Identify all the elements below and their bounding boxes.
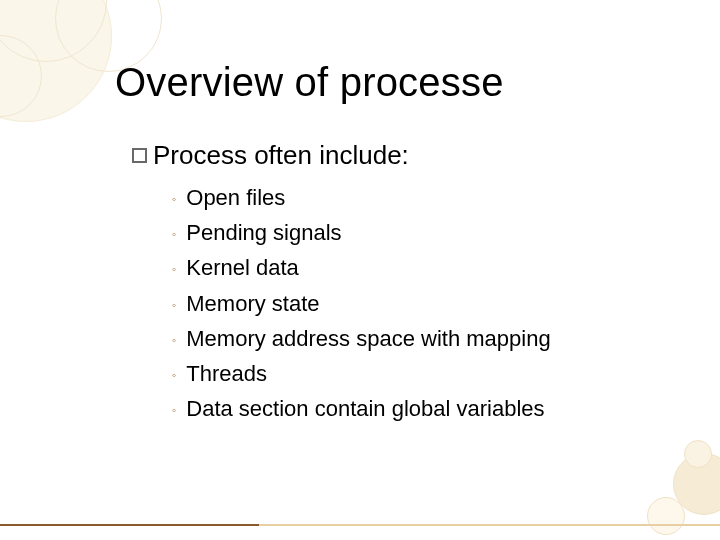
list-item-text: Data section contain global variables: [186, 391, 544, 426]
diamond-bullet-icon: ◦: [172, 296, 176, 315]
lead-text: Process often include:: [153, 140, 409, 171]
list-item-text: Memory state: [186, 286, 319, 321]
decorative-circle: [647, 497, 685, 535]
diamond-bullet-icon: ◦: [172, 366, 176, 385]
bullet-list: ◦ Open files ◦ Pending signals ◦ Kernel …: [172, 180, 551, 426]
list-item-text: Memory address space with mapping: [186, 321, 550, 356]
list-item-text: Pending signals: [186, 215, 341, 250]
footer-rule: [0, 524, 720, 526]
square-bullet-icon: [132, 148, 147, 163]
list-item-text: Threads: [186, 356, 267, 391]
list-item-text: Open files: [186, 180, 285, 215]
footer-rule-track: [259, 524, 720, 526]
diamond-bullet-icon: ◦: [172, 401, 176, 420]
diamond-bullet-icon: ◦: [172, 331, 176, 350]
list-item-text: Kernel data: [186, 250, 299, 285]
list-item: ◦ Pending signals: [172, 215, 551, 250]
list-item: ◦ Data section contain global variables: [172, 391, 551, 426]
slide-title: Overview of processe: [115, 60, 504, 105]
list-item: ◦ Threads: [172, 356, 551, 391]
list-item: ◦ Open files: [172, 180, 551, 215]
lead-line: Process often include:: [132, 140, 409, 171]
diamond-bullet-icon: ◦: [172, 260, 176, 279]
footer-rule-accent: [0, 524, 259, 526]
decorative-circle: [684, 440, 712, 468]
list-item: ◦ Memory state: [172, 286, 551, 321]
slide: Overview of processe Process often inclu…: [0, 0, 720, 540]
diamond-bullet-icon: ◦: [172, 190, 176, 209]
list-item: ◦ Kernel data: [172, 250, 551, 285]
list-item: ◦ Memory address space with mapping: [172, 321, 551, 356]
diamond-bullet-icon: ◦: [172, 225, 176, 244]
